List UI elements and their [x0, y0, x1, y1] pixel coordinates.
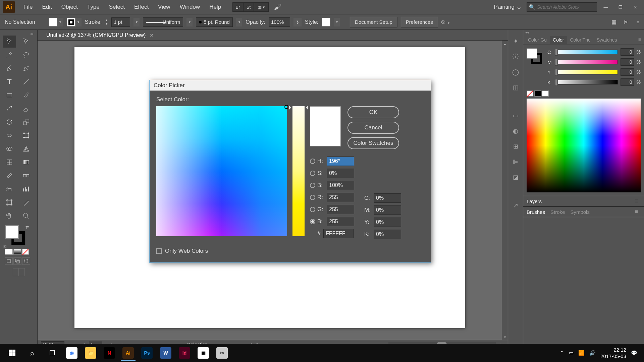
align-selector[interactable]: ⎋ ▾ — [441, 18, 450, 25]
align-icon[interactable]: ⊫ — [511, 157, 520, 167]
s-radio[interactable] — [310, 171, 315, 176]
fill-indicator[interactable] — [5, 225, 19, 239]
s-input[interactable] — [327, 169, 354, 178]
draw-inside[interactable] — [22, 257, 30, 265]
start-button[interactable] — [2, 344, 22, 362]
menu-help[interactable]: Help — [205, 2, 226, 12]
y-input-dialog[interactable] — [374, 218, 401, 227]
spectrum-ramp[interactable] — [527, 99, 641, 192]
scale-tool[interactable] — [19, 116, 33, 128]
arrange-button[interactable]: ▦ ▾ — [254, 2, 269, 12]
stroke-swatch[interactable] — [67, 18, 75, 26]
r-input[interactable] — [327, 193, 354, 202]
taskbar-app-word[interactable]: W — [156, 345, 175, 361]
blue-radio[interactable] — [310, 219, 315, 224]
menu-select[interactable]: Select — [104, 2, 129, 12]
bridge-button[interactable]: Br — [232, 2, 243, 12]
g-input[interactable] — [327, 205, 354, 214]
menu-window[interactable]: Window — [175, 2, 205, 12]
stroke-profile[interactable]: Uniform — [143, 17, 183, 27]
search-input[interactable] — [537, 4, 595, 10]
stroke-weight-input[interactable] — [111, 17, 130, 27]
workspace-switcher[interactable]: Painting ⌵ — [491, 2, 524, 12]
tab-layers[interactable]: Layers — [527, 198, 542, 204]
color-panel-menu[interactable]: ≡ — [636, 37, 644, 43]
eyedropper-tool[interactable] — [3, 170, 16, 182]
stroke-down[interactable]: ▼ — [105, 22, 108, 25]
swap-fill-stroke-icon[interactable]: ⇄ — [25, 225, 29, 229]
minimize-button[interactable]: — — [600, 2, 612, 12]
color-swatches-button[interactable]: Color Swatches — [347, 137, 399, 149]
only-web-checkbox[interactable] — [156, 248, 162, 254]
rotate-tool[interactable] — [3, 116, 16, 128]
shaper-tool[interactable] — [3, 103, 16, 115]
ok-button[interactable]: OK — [347, 106, 399, 118]
draw-normal[interactable] — [5, 257, 13, 265]
m-input-dialog[interactable] — [374, 205, 401, 215]
tab-color[interactable]: Color — [550, 36, 567, 44]
maximize-button[interactable]: ❐ — [614, 2, 627, 12]
m-input[interactable] — [621, 58, 634, 66]
transform-icon[interactable]: ⊞ — [511, 142, 520, 151]
rectangle-tool[interactable] — [3, 89, 16, 101]
hue-arrow-right[interactable] — [304, 106, 308, 110]
line-tool[interactable] — [19, 76, 33, 88]
stroke-up[interactable]: ▲ — [105, 18, 108, 22]
layout-icon-1[interactable]: ▦ — [611, 19, 616, 25]
properties-icon[interactable]: ✦ — [511, 37, 520, 46]
c-slider[interactable] — [555, 50, 618, 54]
saturation-box[interactable] — [156, 106, 287, 236]
search-stock-input[interactable]: 🔍 — [527, 2, 597, 12]
gpu-icon[interactable]: 🖌 — [274, 3, 281, 11]
shape-builder-tool[interactable] — [3, 143, 16, 155]
h-radio[interactable] — [310, 159, 315, 164]
h-input[interactable] — [327, 157, 354, 166]
cancel-button[interactable]: Cancel — [347, 122, 399, 134]
taskbar-app-photoshop[interactable]: Ps — [138, 345, 156, 361]
paintbrush-tool[interactable] — [19, 89, 33, 101]
only-web-colors[interactable]: Only Web Colors — [156, 248, 424, 254]
layers-panel-menu[interactable]: ≡ — [632, 198, 641, 204]
search-button[interactable]: ⌕ — [22, 344, 42, 362]
fill-swatch-arrow[interactable]: ▾ — [57, 18, 63, 26]
none-mode[interactable] — [22, 249, 29, 255]
close-button[interactable]: ✕ — [629, 2, 641, 12]
m-slider[interactable] — [555, 60, 618, 64]
task-view-button[interactable]: ❐ — [42, 344, 62, 362]
export-icon[interactable]: ↗ — [511, 201, 520, 210]
none-color-icon[interactable] — [527, 90, 533, 97]
brightness-input[interactable] — [327, 181, 354, 190]
notifications-icon[interactable]: 💬 — [631, 350, 637, 356]
y-slider[interactable] — [555, 70, 618, 74]
tray-expand-icon[interactable]: ⌃ — [560, 350, 564, 356]
layers-panel-header[interactable]: Layers ≡ — [523, 196, 644, 206]
blend-tool[interactable] — [19, 170, 33, 182]
menu-view[interactable]: View — [153, 2, 175, 12]
slice-tool[interactable] — [19, 196, 33, 208]
libraries-icon[interactable]: ▭ — [511, 111, 520, 120]
stroke-weight-arrow[interactable]: ▾ — [133, 18, 140, 26]
tab-symbols[interactable]: Symbols — [570, 209, 590, 215]
panel-fill-stroke[interactable] — [527, 48, 543, 65]
taskbar-app-chrome[interactable]: ◉ — [62, 345, 81, 361]
magic-wand-tool[interactable] — [3, 49, 16, 61]
draw-behind[interactable] — [13, 257, 21, 265]
k-slider[interactable] — [555, 80, 618, 84]
scroll-down-arrow[interactable]: ▾ — [502, 334, 508, 340]
appearance-icon[interactable]: ◯ — [511, 67, 520, 77]
close-tab-icon[interactable]: ✕ — [150, 33, 154, 38]
hue-arrow-left[interactable] — [289, 106, 293, 110]
k-input[interactable] — [621, 78, 634, 86]
selection-tool[interactable] — [3, 36, 16, 48]
fill-stroke-toggle[interactable]: ⇄ ◱ — [5, 225, 25, 245]
blue-input[interactable] — [327, 217, 354, 226]
hex-input[interactable] — [323, 229, 354, 238]
pathfinder-icon[interactable]: ◪ — [511, 173, 520, 182]
battery-icon[interactable]: ▭ — [569, 350, 574, 356]
screen-mode[interactable] — [13, 268, 25, 276]
opacity-arrow[interactable]: ❯ — [293, 18, 302, 26]
fill-swatch[interactable] — [49, 18, 57, 26]
clock[interactable]: 22:12 2017-05-03 — [600, 347, 626, 360]
taskbar-app-snip[interactable]: ✂ — [213, 345, 231, 361]
column-graph-tool[interactable] — [19, 183, 33, 195]
